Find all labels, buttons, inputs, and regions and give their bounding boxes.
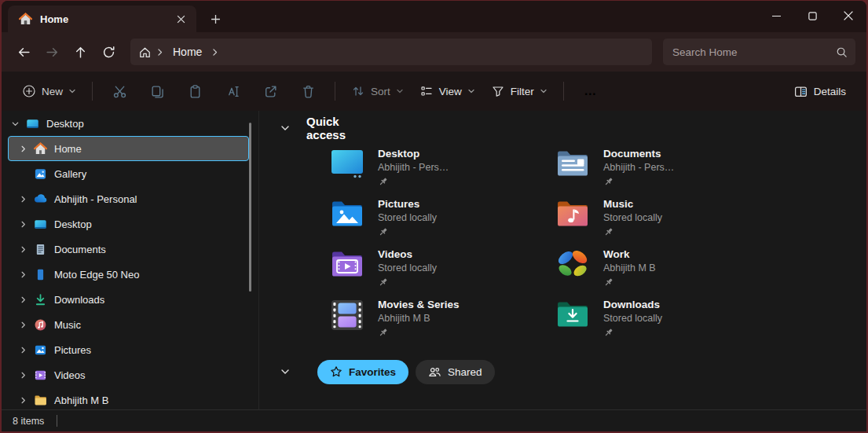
chevron-right-icon[interactable] [16, 371, 29, 380]
tile-title: Pictures [378, 198, 437, 210]
shared-pill[interactable]: Shared [416, 360, 495, 384]
view-button[interactable]: View [412, 77, 483, 105]
chevron-down-icon[interactable] [278, 366, 292, 377]
favorites-pill[interactable]: Favorites [317, 360, 408, 384]
sidebar-item-gallery[interactable]: Gallery [8, 161, 249, 186]
pin-icon [378, 277, 437, 287]
pin-icon [603, 327, 662, 337]
chevron-right-icon[interactable] [16, 295, 29, 304]
rename-button[interactable] [216, 77, 249, 105]
sidebar-item-label: Desktop [46, 118, 84, 130]
pin-icon [378, 226, 437, 237]
search-input[interactable] [672, 46, 836, 58]
tile-title: Videos [378, 248, 437, 260]
cut-button[interactable] [103, 77, 136, 105]
command-toolbar: New [2, 72, 866, 111]
refresh-button[interactable] [94, 39, 123, 65]
breadcrumb-home-icon[interactable] [138, 46, 152, 59]
chevron-right-icon[interactable] [16, 195, 29, 204]
paste-button[interactable] [178, 77, 211, 105]
onedrive-cloud-icon [34, 193, 47, 206]
paste-icon [188, 84, 203, 99]
sidebar-item-label: Home [54, 143, 82, 155]
chevron-right-icon[interactable] [16, 245, 29, 254]
sidebar-item-onedrive-personal[interactable]: Abhijith - Personal [8, 186, 249, 211]
quick-access-grid: Desktop Abhijith - Pers… [331, 147, 782, 348]
search-box [663, 39, 855, 65]
section-title: Quick access [306, 115, 346, 141]
sidebar-item-documents[interactable]: Documents [8, 237, 249, 262]
chevron-right-icon[interactable] [210, 47, 220, 57]
tile-work[interactable]: Work Abhijith M B [556, 248, 782, 298]
tile-music[interactable]: Music Stored locally [556, 197, 782, 248]
tile-desktop[interactable]: Desktop Abhijith - Pers… [331, 147, 556, 197]
forward-button[interactable] [38, 39, 66, 65]
chevron-right-icon [155, 47, 165, 57]
sidebar-item-abhijith-folder[interactable]: Abhijith M B [8, 387, 249, 409]
sidebar-item-desktop-root[interactable]: Desktop [8, 111, 249, 136]
sidebar-scrollbar[interactable] [249, 123, 251, 292]
breadcrumb-segment-home[interactable]: Home [168, 46, 207, 58]
sidebar-item-label: Moto Edge 50 Neo [54, 269, 139, 281]
tile-documents[interactable]: Documents Abhijith - Pers… [556, 147, 782, 197]
address-bar[interactable]: Home [130, 39, 652, 65]
rename-icon [225, 84, 240, 99]
tile-pictures[interactable]: Pictures Stored locally [331, 197, 556, 248]
tab-home[interactable]: Home [8, 6, 196, 32]
chevron-down-icon[interactable] [9, 119, 21, 128]
sidebar-item-videos[interactable]: Videos [8, 362, 249, 387]
new-tab-button[interactable] [204, 9, 226, 29]
copy-button[interactable] [141, 77, 174, 105]
sidebar-item-home[interactable]: Home [8, 136, 249, 161]
see-more-button[interactable]: … [574, 77, 607, 105]
tile-title: Music [603, 198, 662, 210]
chevron-right-icon[interactable] [16, 396, 29, 405]
delete-button[interactable] [291, 77, 324, 105]
tile-movies-series[interactable]: Movies & Series Abhijith M B [331, 298, 556, 348]
sidebar-item-pictures[interactable]: Pictures [8, 337, 249, 362]
arrow-left-icon [17, 46, 31, 59]
tile-videos[interactable]: Videos Stored locally [331, 248, 556, 298]
sort-button[interactable]: Sort [343, 77, 412, 105]
view-list-icon [419, 84, 434, 98]
filter-button-label: Filter [511, 86, 534, 97]
content-area: Desktop Home [2, 111, 866, 409]
new-button[interactable]: New [14, 77, 84, 105]
chevron-down-icon[interactable] [278, 123, 292, 134]
pin-icon [603, 176, 674, 186]
refresh-icon [102, 46, 115, 59]
music-folder-icon [556, 199, 589, 232]
tab-close-icon[interactable] [171, 9, 190, 28]
star-icon [330, 365, 342, 378]
share-button[interactable] [254, 77, 287, 105]
maximize-button[interactable] [794, 1, 830, 31]
sidebar-item-desktop[interactable]: Desktop [8, 211, 249, 237]
chevron-down-icon [467, 87, 475, 95]
chevron-right-icon[interactable] [16, 270, 29, 279]
sidebar-item-label: Documents [54, 244, 106, 255]
video-icon [34, 369, 47, 382]
sidebar-item-music[interactable]: Music [8, 312, 249, 337]
chevron-right-icon[interactable] [16, 321, 29, 329]
picture-icon [34, 343, 47, 357]
pin-icon [603, 226, 662, 237]
chevron-right-icon[interactable] [16, 145, 29, 153]
tile-title: Desktop [378, 148, 449, 160]
back-button[interactable] [9, 39, 38, 65]
desktop-folder-icon [331, 149, 364, 182]
filter-button[interactable]: Filter [483, 77, 555, 105]
chevron-right-icon[interactable] [16, 220, 29, 229]
sidebar-item-moto-edge[interactable]: Moto Edge 50 Neo [8, 262, 249, 287]
details-button[interactable]: Details [786, 77, 854, 105]
up-button[interactable] [66, 39, 94, 65]
search-icon[interactable] [836, 46, 848, 58]
sidebar-item-label: Pictures [54, 344, 91, 356]
section-filter-row: Favorites Shared [259, 359, 495, 384]
minimize-button[interactable] [758, 1, 794, 31]
documents-folder-icon [556, 149, 589, 182]
tile-downloads[interactable]: Downloads Stored locally [556, 298, 782, 348]
chevron-right-icon[interactable] [16, 346, 29, 354]
tile-subtitle: Abhijith - Pers… [603, 162, 674, 173]
sidebar-item-downloads[interactable]: Downloads [8, 287, 249, 312]
close-button[interactable] [830, 1, 866, 31]
